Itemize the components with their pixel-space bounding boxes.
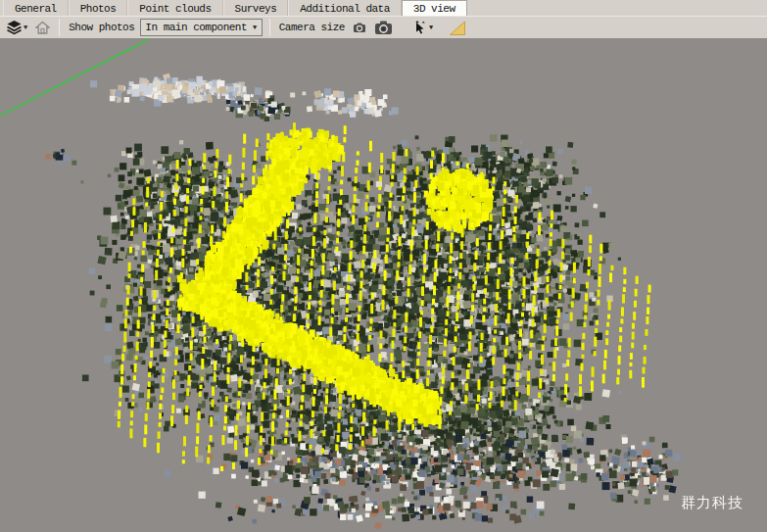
component-filter-select[interactable]: In main component ▼ — [140, 19, 262, 36]
tab-3d-view[interactable]: 3D view — [402, 0, 467, 16]
pointer-sparkle-icon — [412, 20, 428, 35]
tab-surveys[interactable]: Surveys — [223, 0, 289, 16]
display-layers-button[interactable]: ▼ — [4, 18, 29, 37]
tab-point-clouds[interactable]: Point clouds — [127, 0, 222, 16]
tab-photos[interactable]: Photos — [69, 0, 128, 16]
toolbar-separator — [59, 19, 60, 36]
tab-additional-data[interactable]: Additional data — [288, 0, 402, 16]
navigation-mode-button[interactable]: ▼ — [410, 18, 435, 37]
camera-size-label: Camera size — [277, 22, 347, 33]
component-filter-value: In main component — [145, 22, 247, 33]
camera-small-icon — [353, 22, 366, 33]
camera-size-small-button[interactable] — [351, 18, 368, 37]
tab-bar: General Photos Point clouds Surveys Addi… — [0, 0, 767, 16]
application-window: General Photos Point clouds Surveys Addi… — [0, 0, 767, 532]
layers-icon — [6, 20, 23, 35]
home-icon — [35, 21, 50, 35]
chevron-down-icon: ▼ — [429, 24, 433, 31]
tab-general[interactable]: General — [3, 0, 69, 16]
home-view-button[interactable] — [33, 18, 52, 37]
measurement-ramp-button[interactable] — [447, 18, 468, 37]
3d-viewport[interactable]: 群力科技 — [0, 39, 767, 532]
toolbar: ▼ Show photos In main component ▼ Camera… — [0, 16, 767, 39]
camera-large-icon — [374, 20, 393, 35]
triangle-ramp-icon — [449, 20, 466, 36]
chevron-down-icon: ▼ — [253, 24, 257, 31]
show-photos-label: Show photos — [67, 22, 136, 33]
camera-size-large-button[interactable] — [372, 18, 395, 37]
chevron-down-icon: ▼ — [24, 24, 27, 31]
toolbar-separator — [269, 19, 270, 36]
3d-scene-canvas[interactable] — [0, 39, 767, 532]
